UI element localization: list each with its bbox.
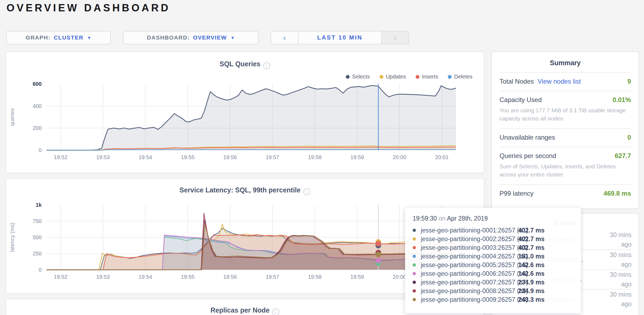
- graph-dropdown-label: GRAPH:: [26, 34, 51, 41]
- series-dot-icon: [413, 272, 416, 275]
- tooltip-node-name: jesse-geo-partitioning-0002:26257 (n2): [421, 235, 518, 243]
- graph-dropdown[interactable]: GRAPH: CLUSTER ▼: [6, 31, 111, 44]
- dashboard-dropdown[interactable]: DASHBOARD: OVERVIEW ▼: [123, 31, 258, 44]
- chevron-down-icon: ▼: [231, 35, 235, 40]
- svg-text:600: 600: [33, 81, 42, 87]
- sql-queries-chart-card: SQL Queriesi SelectsUpdatesInsertsDelete…: [5, 51, 484, 173]
- summary-title: Summary: [500, 52, 631, 72]
- chevron-left-icon: ‹: [283, 33, 286, 42]
- event-time: 30 mins ago: [601, 250, 632, 269]
- svg-text:400: 400: [33, 103, 42, 109]
- service-latency-chart-title: Service Latency: SQL, 99th percentilei: [6, 186, 484, 195]
- svg-text:500: 500: [33, 234, 42, 240]
- svg-text:0: 0: [39, 267, 42, 273]
- svg-text:19:55: 19:55: [181, 154, 195, 160]
- svg-text:19:54: 19:54: [139, 274, 152, 280]
- tooltip-node-name: jesse-geo-partitioning-0004:26257 (n4): [421, 253, 518, 260]
- svg-text:750: 750: [33, 218, 42, 224]
- tooltip-node-name: jesse-geo-partitioning-0006:26257 (n6): [421, 270, 518, 277]
- series-dot-icon: [413, 237, 416, 241]
- tooltip-node-name: jesse-geo-partitioning-0007:26257 (n7): [421, 279, 518, 286]
- tooltip-node-value: 234.9 ms: [518, 279, 544, 286]
- tooltip-node-name: jesse-geo-partitioning-0009:26257 (n9): [421, 296, 518, 303]
- svg-text:19:54: 19:54: [139, 154, 152, 160]
- legend-item-deletes[interactable]: Deletes: [448, 74, 472, 80]
- event-time: 30 mins ago: [601, 270, 632, 289]
- legend-item-inserts[interactable]: Inserts: [416, 74, 438, 80]
- legend-dot-icon: [380, 75, 383, 79]
- p99-latency-label: P99 latency: [500, 190, 533, 197]
- svg-text:19:58: 19:58: [308, 154, 321, 160]
- qps-description: Sum of Selects, Updates, Inserts, and De…: [500, 162, 631, 179]
- unavailable-ranges-value: 0: [627, 134, 631, 141]
- event-time: 30 mins ago: [601, 290, 632, 309]
- svg-text:19:57: 19:57: [266, 154, 279, 160]
- tooltip-series-row: jesse-geo-partitioning-0006:26257 (n6)14…: [413, 269, 573, 278]
- svg-text:19:56: 19:56: [223, 274, 237, 280]
- svg-text:latency (ms): latency (ms): [9, 223, 15, 252]
- tooltip-series-row: jesse-geo-partitioning-0003:26257 (n3)40…: [413, 243, 573, 252]
- summary-row-p99: P99 latency 469.8 ms: [500, 184, 631, 203]
- sql-queries-chart[interactable]: 020040060019:5219:5319:5419:5519:5619:57…: [6, 52, 484, 173]
- capacity-used-value: 0.01%: [613, 96, 631, 104]
- tooltip-node-value: 402.7 ms: [518, 227, 544, 234]
- svg-text:19:53: 19:53: [96, 274, 110, 280]
- unavailable-ranges-label: Unavailable ranges: [500, 134, 555, 141]
- summary-row-unavailable-ranges: Unavailable ranges 0: [500, 128, 631, 147]
- view-nodes-list-link[interactable]: View nodes list: [538, 78, 581, 85]
- legend-dot-icon: [416, 75, 419, 79]
- info-icon[interactable]: i: [272, 309, 279, 315]
- tooltip-node-name: jesse-geo-partitioning-0005:26257 (n5): [421, 261, 518, 269]
- info-icon[interactable]: i: [303, 188, 310, 195]
- tooltip-node-name: jesse-geo-partitioning-0003:26257 (n3): [421, 244, 518, 251]
- info-icon[interactable]: i: [263, 62, 270, 69]
- svg-text:20:01: 20:01: [435, 154, 449, 160]
- dashboard-dropdown-label: DASHBOARD:: [147, 34, 190, 41]
- graph-dropdown-value: CLUSTER: [54, 34, 84, 41]
- sql-queries-chart-title: SQL Queriesi: [6, 60, 484, 69]
- tooltip-series-row: jesse-geo-partitioning-0002:26257 (n2)40…: [413, 235, 573, 243]
- total-nodes-value: 9: [627, 78, 631, 85]
- svg-text:20:00: 20:00: [393, 154, 406, 160]
- time-range-prev-button[interactable]: ‹: [271, 31, 298, 44]
- legend-label: Updates: [386, 74, 406, 80]
- legend-label: Inserts: [422, 74, 438, 80]
- page-title: OVERVIEW DASHBOARD: [6, 2, 170, 14]
- tooltip-series-row: jesse-geo-partitioning-0009:26257 (n9)24…: [413, 295, 573, 304]
- series-dot-icon: [413, 255, 416, 258]
- overview-dashboard-page: OVERVIEW DASHBOARD GRAPH: CLUSTER ▼ DASH…: [0, 0, 644, 315]
- svg-text:200: 200: [33, 125, 42, 131]
- capacity-used-description: You are using 177.7 MiB of 3.1 TiB usabl…: [500, 106, 631, 123]
- svg-text:19:52: 19:52: [54, 274, 67, 280]
- time-range-next-button[interactable]: ›: [381, 31, 409, 44]
- tooltip-node-name: jesse-geo-partitioning-0008:26257 (n8): [421, 287, 518, 295]
- legend-dot-icon: [448, 75, 452, 79]
- svg-text:19:56: 19:56: [223, 154, 237, 160]
- svg-text:19:59: 19:59: [350, 274, 364, 280]
- svg-text:1k: 1k: [36, 202, 42, 208]
- legend-label: Deletes: [454, 74, 472, 80]
- svg-text:250: 250: [33, 251, 42, 257]
- svg-text:19:59: 19:59: [350, 154, 364, 160]
- legend-item-selects[interactable]: Selects: [346, 74, 370, 80]
- sql-queries-legend: SelectsUpdatesInsertsDeletes: [346, 74, 472, 80]
- svg-text:0: 0: [39, 147, 42, 153]
- tooltip-series-row: jesse-geo-partitioning-0007:26257 (n7)23…: [413, 278, 573, 287]
- total-nodes-label: Total Nodes: [500, 78, 534, 85]
- series-dot-icon: [413, 289, 416, 293]
- svg-text:19:55: 19:55: [181, 274, 195, 280]
- series-dot-icon: [413, 229, 416, 232]
- time-range-value[interactable]: LAST 10 MIN: [298, 31, 381, 44]
- tooltip-node-value: 402.7 ms: [518, 235, 544, 243]
- summary-row-capacity: Capacity Used 0.01% You are using 177.7 …: [500, 91, 631, 128]
- series-dot-icon: [413, 246, 416, 249]
- tooltip-series-row: jesse-geo-partitioning-0001:26257 (n1)40…: [413, 226, 573, 235]
- tooltip-series-row: jesse-geo-partitioning-0008:26257 (n8)23…: [413, 287, 573, 295]
- qps-label: Queries per second: [500, 152, 556, 160]
- event-time: 30 mins ago: [601, 230, 632, 249]
- tooltip-node-value: 142.6 ms: [518, 270, 544, 277]
- tooltip-series-row: jesse-geo-partitioning-0004:26257 (n4)15…: [413, 252, 573, 261]
- p99-latency-value: 469.8 ms: [604, 190, 631, 197]
- svg-text:19:52: 19:52: [54, 154, 67, 160]
- legend-item-updates[interactable]: Updates: [380, 74, 406, 80]
